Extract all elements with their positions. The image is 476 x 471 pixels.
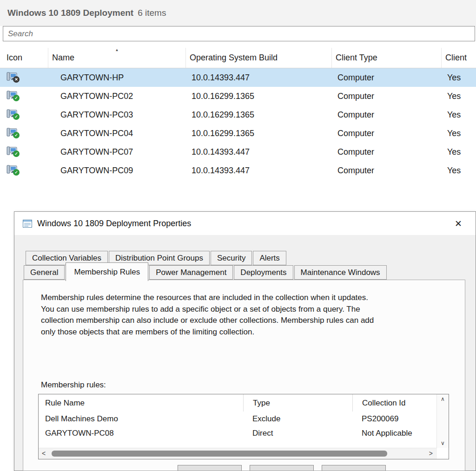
device-status-icon: [7, 91, 18, 100]
client-type: Computer: [332, 92, 442, 101]
column-header-client[interactable]: Client: [442, 48, 476, 68]
device-status-icon: [7, 72, 18, 81]
rule-type: Exclude: [243, 414, 352, 424]
collection-title: Windows 10 1809 Deployment: [7, 8, 133, 18]
device-icon-cell: [0, 109, 48, 121]
sort-ascending-icon: ▲: [115, 48, 119, 52]
client-type: Computer: [332, 129, 442, 138]
rules-column-collection-id[interactable]: Collection Id: [352, 394, 437, 412]
description-line: Membership rules determine the resources…: [41, 292, 374, 304]
dialog-tab[interactable]: Power Management: [149, 265, 233, 280]
dialog-tabs-row2: General Membership Rules Power Managemen…: [24, 265, 388, 281]
scroll-up-icon[interactable]: ∧: [437, 396, 449, 402]
os-build: 10.0.16299.1365: [186, 92, 332, 101]
dialog-tab[interactable]: Security: [211, 251, 252, 265]
device-name: GARYTOWN-PC03: [48, 110, 186, 120]
scroll-left-icon[interactable]: <: [42, 450, 46, 457]
column-header-icon[interactable]: Icon: [0, 48, 48, 68]
membership-rules-label: Membership rules:: [41, 380, 106, 390]
client-type: Computer: [332, 73, 442, 83]
properties-icon: [23, 220, 32, 228]
device-icon-cell: [0, 165, 48, 177]
column-header-name-label: Name: [52, 53, 74, 63]
table-header: Icon ▲ Name Operating System Build Clien…: [0, 48, 476, 68]
device-name: GARYTOWN-HP: [48, 73, 186, 83]
membership-rules-description: Membership rules determine the resources…: [41, 292, 374, 338]
client-flag: Yes: [442, 110, 476, 120]
os-build: 10.0.16299.1365: [186, 110, 332, 120]
client-flag: Yes: [442, 73, 476, 83]
device-list: GARYTOWN-HP 10.0.14393.447 Computer Yes: [0, 68, 476, 180]
status-badge: [13, 150, 20, 157]
search-input[interactable]: [3, 26, 475, 41]
rule-row[interactable]: GARYTOWN-PC08 Direct Not Applicable: [39, 426, 449, 440]
collection-item-count: 6 items: [138, 8, 166, 18]
description-line: You can use membership rules to add a sp…: [41, 304, 374, 315]
os-build: 10.0.14393.447: [186, 73, 332, 83]
membership-rules-panel: Membership rules determine the resources…: [23, 280, 465, 471]
dialog-tab[interactable]: Membership Rules: [66, 262, 148, 281]
rule-name: Dell Machines Demo: [39, 414, 243, 424]
device-status-icon: [7, 109, 18, 118]
table-row[interactable]: GARYTOWN-PC09 10.0.14393.447 Computer Ye…: [0, 161, 476, 180]
rules-action-button-3[interactable]: [322, 465, 386, 471]
status-badge: [13, 113, 20, 120]
rule-row[interactable]: Dell Machines Demo Exclude PS200069: [39, 412, 449, 426]
rule-type: Direct: [243, 429, 352, 438]
rules-header: Rule Name Type Collection Id: [39, 394, 449, 412]
scroll-right-icon[interactable]: >: [429, 450, 433, 457]
status-badge: [13, 95, 20, 101]
table-row[interactable]: GARYTOWN-HP 10.0.14393.447 Computer Yes: [0, 68, 476, 87]
dialog-tab[interactable]: General: [24, 265, 65, 280]
horizontal-scrollbar[interactable]: < >: [39, 448, 437, 459]
scroll-down-icon[interactable]: ∨: [437, 440, 449, 446]
client-flag: Yes: [442, 166, 476, 176]
horizontal-scroll-thumb[interactable]: [52, 451, 387, 457]
device-icon-cell: [0, 128, 48, 139]
client-flag: Yes: [442, 129, 476, 138]
dialog-tab[interactable]: Deployments: [234, 265, 293, 280]
collection-title-bar: Windows 10 1809 Deployment 6 items: [0, 0, 476, 26]
membership-rules-list: Rule Name Type Collection Id Dell Machin…: [38, 394, 449, 459]
column-header-name[interactable]: ▲ Name: [48, 48, 186, 68]
rules-column-rule-name[interactable]: Rule Name: [39, 394, 243, 412]
vertical-scrollbar[interactable]: ∧ ∨: [436, 394, 449, 448]
rules-action-button-2[interactable]: [250, 465, 314, 471]
dialog-titlebar[interactable]: Windows 10 1809 Deployment Properties ✕: [14, 212, 476, 235]
description-line: collection membership can also include o…: [41, 315, 374, 327]
dialog-title: Windows 10 1809 Deployment Properties: [37, 219, 191, 229]
status-badge: [13, 132, 20, 138]
device-icon-cell: [0, 91, 48, 102]
rules-column-type[interactable]: Type: [243, 394, 352, 412]
os-build: 10.0.16299.1365: [186, 129, 332, 138]
client-flag: Yes: [442, 147, 476, 157]
client-type: Computer: [332, 166, 442, 176]
close-icon[interactable]: ✕: [451, 216, 465, 230]
table-row[interactable]: GARYTOWN-PC04 10.0.16299.1365 Computer Y…: [0, 124, 476, 143]
client-type: Computer: [332, 110, 442, 120]
table-row[interactable]: GARYTOWN-PC07 10.0.14393.447 Computer Ye…: [0, 143, 476, 161]
rule-collection-id: Not Applicable: [352, 429, 437, 438]
table-row[interactable]: GARYTOWN-PC03 10.0.16299.1365 Computer Y…: [0, 105, 476, 124]
column-header-client-type[interactable]: Client Type: [332, 48, 442, 68]
device-icon-cell: [0, 72, 48, 84]
os-build: 10.0.14393.447: [186, 166, 332, 176]
client-flag: Yes: [442, 92, 476, 101]
device-status-icon: [7, 128, 18, 137]
dialog-tab[interactable]: Alerts: [253, 251, 286, 265]
search-row: [0, 26, 476, 41]
device-status-icon: [7, 165, 18, 174]
device-name: GARYTOWN-PC09: [48, 166, 186, 176]
device-name: GARYTOWN-PC04: [48, 129, 186, 138]
rules-rows: Dell Machines Demo Exclude PS200069 GARY…: [39, 412, 449, 440]
rule-collection-id: PS200069: [352, 414, 437, 424]
rules-action-button-1[interactable]: [178, 465, 242, 471]
properties-dialog: Windows 10 1809 Deployment Properties ✕ …: [14, 211, 476, 471]
rule-name: GARYTOWN-PC08: [39, 429, 243, 438]
device-name: GARYTOWN-PC07: [48, 147, 186, 157]
table-row[interactable]: GARYTOWN-PC02 10.0.16299.1365 Computer Y…: [0, 87, 476, 105]
device-status-icon: [7, 146, 18, 156]
dialog-tab[interactable]: Maintenance Windows: [294, 265, 387, 280]
description-line: only those objects that are members of t…: [41, 327, 374, 338]
column-header-os-build[interactable]: Operating System Build: [186, 48, 332, 68]
